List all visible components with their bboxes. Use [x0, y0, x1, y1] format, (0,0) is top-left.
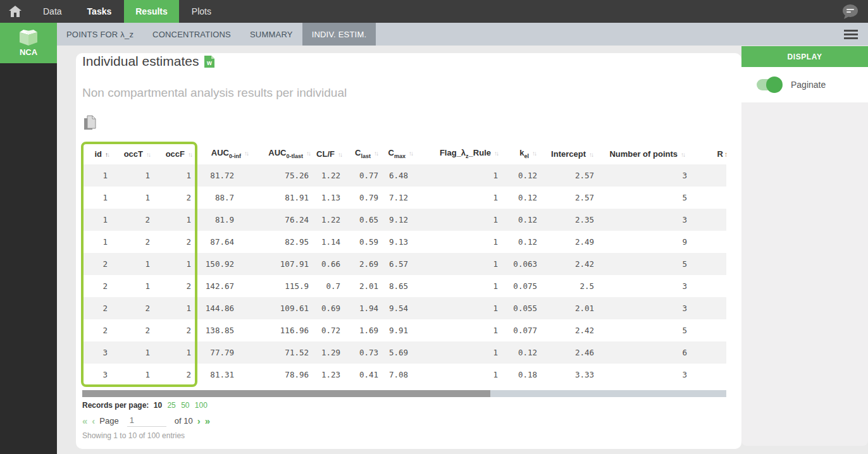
- records-option-100[interactable]: 100: [195, 401, 208, 410]
- table-cell: 2: [114, 231, 155, 253]
- prev-page-button[interactable]: ‹: [92, 416, 95, 426]
- tab-points-for-lambda-z[interactable]: POINTS FOR λ_z: [57, 23, 143, 46]
- table-cell: 2.57: [541, 164, 598, 187]
- sort-icon[interactable]: ↑↓: [589, 151, 593, 158]
- table-row: 221144.86109.610.691.949.5410.0552.013: [82, 297, 726, 319]
- table-cell: 6: [598, 341, 690, 364]
- tab-concentrations[interactable]: CONCENTRATIONS: [143, 23, 240, 46]
- column-header[interactable]: Clast↑↓: [347, 143, 383, 164]
- home-icon: [9, 6, 22, 17]
- nav-results[interactable]: Results: [124, 0, 179, 23]
- sort-icon[interactable]: ↑↓: [681, 151, 685, 158]
- menu-hamburger-icon[interactable]: [844, 28, 858, 41]
- table-cell: 0.077: [503, 319, 541, 341]
- records-option-50[interactable]: 50: [181, 401, 189, 410]
- column-header[interactable]: Intercept↑↓: [541, 143, 598, 164]
- column-header[interactable]: id↑↓: [82, 143, 114, 164]
- table-cell: 9.54: [383, 297, 418, 319]
- table-cell: 1.13: [315, 187, 347, 209]
- table-cell: [690, 187, 726, 209]
- table-cell: 0.12: [503, 164, 541, 187]
- table-cell: 3.33: [541, 364, 598, 386]
- records-option-current[interactable]: 10: [154, 401, 162, 410]
- table-cell: 109.61: [253, 297, 315, 319]
- page-label: Page: [99, 416, 118, 426]
- column-header[interactable]: Number of points↑↓: [598, 143, 690, 164]
- table-cell: 8.65: [383, 275, 418, 297]
- table-cell: 1: [418, 209, 503, 231]
- nav-plots[interactable]: Plots: [179, 0, 224, 23]
- tab-summary[interactable]: SUMMARY: [240, 23, 302, 46]
- table-cell: [690, 364, 726, 386]
- table-cell: [690, 341, 726, 364]
- table-cell: 1.22: [315, 209, 347, 231]
- sort-icon[interactable]: ↑↓: [105, 151, 109, 158]
- column-header[interactable]: Flag_λz_Rule↑↓: [418, 143, 503, 164]
- records-option-25[interactable]: 25: [167, 401, 175, 410]
- results-table: id↑↓occT↑↓occF↑↓AUC0-inf↑↓AUC0-tlast↑↓CL…: [82, 143, 726, 386]
- table-cell: 1: [418, 364, 503, 386]
- table-cell: 1.14: [315, 231, 347, 253]
- table-cell: 6.57: [383, 253, 418, 275]
- table-cell: 1.22: [315, 164, 347, 187]
- table-cell: 0.72: [315, 319, 347, 341]
- table-cell: 2.35: [541, 209, 598, 231]
- column-header[interactable]: R squar: [690, 143, 726, 164]
- column-header[interactable]: AUC0-inf↑↓: [197, 143, 253, 164]
- tab-indiv-estim[interactable]: INDIV. ESTIM.: [302, 23, 376, 46]
- table-cell: 1.29: [315, 341, 347, 364]
- table-cell: 2.57: [541, 187, 598, 209]
- table-cell: 0.66: [315, 253, 347, 275]
- table-cell: 1: [114, 341, 155, 364]
- package-box-icon: [17, 29, 40, 46]
- table-cell: 0.075: [503, 275, 541, 297]
- individual-estimates-card: Individual estimates w Non compartmental…: [76, 53, 741, 449]
- home-button[interactable]: [0, 0, 30, 23]
- sort-icon[interactable]: ↑↓: [409, 150, 412, 157]
- horizontal-scrollbar[interactable]: [82, 390, 726, 397]
- paginate-toggle[interactable]: [757, 79, 781, 90]
- page-number-input[interactable]: [127, 414, 166, 427]
- results-table-viewport: id↑↓occT↑↓occF↑↓AUC0-inf↑↓AUC0-tlast↑↓CL…: [82, 143, 726, 387]
- sidebar-item-nca[interactable]: NCA: [0, 23, 57, 63]
- sort-icon[interactable]: ↑↓: [338, 151, 342, 158]
- nav-tasks[interactable]: Tasks: [75, 0, 125, 23]
- table-cell: 2.42: [541, 253, 598, 275]
- sort-icon[interactable]: ↑↓: [306, 150, 310, 157]
- table-cell: 2.46: [541, 341, 598, 364]
- copy-table-icon[interactable]: [84, 115, 96, 130]
- feedback-chat-icon[interactable]: [841, 3, 859, 20]
- column-header[interactable]: kel↑↓: [503, 143, 541, 164]
- table-cell: 76.24: [253, 209, 315, 231]
- column-header[interactable]: occF↑↓: [155, 143, 197, 164]
- nav-data[interactable]: Data: [30, 0, 75, 23]
- table-row: 212142.67115.90.72.018.6510.0752.53: [82, 275, 726, 297]
- column-header[interactable]: CL/F↑↓: [315, 143, 347, 164]
- column-header[interactable]: occT↑↓: [114, 143, 155, 164]
- sort-icon[interactable]: ↑↓: [146, 151, 150, 158]
- sort-icon[interactable]: ↑↓: [374, 150, 378, 157]
- next-page-button[interactable]: ›: [197, 416, 201, 426]
- table-cell: 75.26: [253, 164, 315, 187]
- table-cell: 81.31: [197, 364, 253, 386]
- table-cell: 138.85: [197, 319, 253, 341]
- table-cell: [690, 209, 726, 231]
- column-header[interactable]: Cmax↑↓: [383, 143, 418, 164]
- table-row: 12287.6482.951.140.599.1310.122.499: [82, 231, 726, 253]
- table-cell: 1: [114, 275, 155, 297]
- sort-icon[interactable]: ↑↓: [532, 150, 536, 157]
- table-cell: 7.08: [383, 364, 418, 386]
- table-cell: 2: [155, 364, 197, 386]
- first-page-button[interactable]: «: [82, 416, 87, 426]
- sort-icon[interactable]: ↑↓: [244, 150, 248, 157]
- sort-icon[interactable]: ↑↓: [188, 151, 192, 158]
- scrollbar-thumb[interactable]: [82, 390, 490, 397]
- sort-icon[interactable]: ↑↓: [494, 150, 498, 157]
- column-header[interactable]: AUC0-tlast↑↓: [253, 143, 315, 164]
- table-cell: 1: [82, 209, 114, 231]
- table-cell: 1: [418, 275, 503, 297]
- word-export-icon[interactable]: w: [204, 56, 214, 68]
- last-page-button[interactable]: »: [205, 416, 210, 426]
- table-cell: 2.01: [541, 297, 598, 319]
- table-cell: 0.18: [503, 364, 541, 386]
